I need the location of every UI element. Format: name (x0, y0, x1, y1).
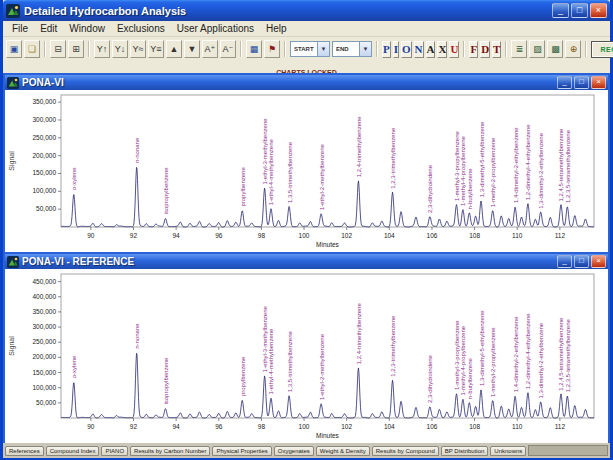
minimize-button[interactable]: _ (552, 3, 569, 18)
shift-up-icon[interactable]: ▲ (166, 40, 182, 58)
recalc-button[interactable]: RECALC (591, 41, 613, 58)
peak-label: isopropylbenzene (163, 167, 169, 215)
x-tick-label: 100 (299, 423, 310, 430)
toolbar-separator (505, 41, 507, 57)
range-end-select[interactable]: END▼ (332, 41, 372, 57)
peaks-table-icon[interactable]: ▩ (547, 40, 563, 58)
peak-label: 1,2-dimethyl-4-ethylbenzene (525, 313, 531, 389)
peak-label: n-nonane (134, 323, 140, 349)
child1-minimize-button[interactable]: _ (557, 76, 572, 89)
class-n-button[interactable]: N (414, 41, 424, 58)
tile-windows-icon[interactable]: ⊟ (50, 40, 66, 58)
tab-results-by-compound[interactable]: Results by Compound (372, 446, 439, 456)
peak-label: 1,2-dimethyl-4-ethylbenzene (525, 124, 531, 200)
y-auto-scale-icon[interactable]: Y≈ (130, 40, 146, 58)
label-smaller-icon[interactable]: A⁻ (220, 40, 236, 58)
menu-bar: FileEditWindowExclusionsUser Application… (3, 21, 610, 37)
x-axis-label: Minutes (316, 241, 340, 248)
menu-exclusions[interactable]: Exclusions (112, 22, 170, 35)
class-o-button[interactable]: O (401, 41, 412, 58)
peak-label: 1-ethyl-3-methylbenzene (262, 305, 268, 372)
report-f-button[interactable]: F (469, 41, 478, 58)
dropdown-arrow-icon[interactable]: ▼ (317, 42, 329, 56)
y-tick-label: 200,000 (33, 353, 57, 360)
menu-user-applications[interactable]: User Applications (172, 22, 259, 35)
integration-table-icon[interactable]: ≣ (511, 40, 527, 58)
tab-physical-properties[interactable]: Physical Properties (212, 446, 271, 456)
toolbar-separator (240, 41, 242, 57)
child1-close-button[interactable]: × (591, 76, 606, 89)
x-tick-label: 100 (299, 232, 310, 239)
class-p-button[interactable]: P (382, 41, 391, 58)
report-t-button[interactable]: T (492, 41, 501, 58)
shift-down-icon[interactable]: ▼ (184, 40, 200, 58)
menu-edit[interactable]: Edit (35, 22, 62, 35)
close-button[interactable]: × (590, 3, 607, 18)
maximize-button[interactable]: □ (571, 3, 588, 18)
y-tick-label: 300,000 (33, 323, 57, 330)
x-tick-label: 102 (341, 232, 352, 239)
tab-results-by-carbon-number[interactable]: Results by Carbon Number (130, 446, 210, 456)
peak-label: 1-methyl-2-propylbenzene (490, 137, 496, 207)
toolbar-separator (284, 41, 286, 57)
y-tick-label: 350,000 (33, 98, 57, 105)
tab-unknowns[interactable]: Unknowns (490, 446, 526, 456)
peak-label: 1-ethyl-2-methylbenzene (319, 143, 325, 210)
tab-weight-density[interactable]: Weight & Density (316, 446, 370, 456)
menu-file[interactable]: File (7, 22, 33, 35)
x-axis-label: Minutes (316, 432, 340, 439)
x-tick-label: 108 (469, 232, 480, 239)
range-start-select[interactable]: START▼ (290, 41, 330, 57)
y-tick-label: 100,000 (33, 187, 57, 194)
child2-minimize-button[interactable]: _ (557, 255, 572, 268)
peak-label: 1-ethyl-4-methylbenzene (269, 328, 275, 395)
chromatogram-reference[interactable]: Signal50,000100,000150,000200,000250,000… (5, 269, 608, 441)
menu-window[interactable]: Window (64, 22, 110, 35)
peak-label: 1,2,3-trimethylbenzene (390, 315, 396, 377)
flag-marker-icon[interactable]: ⚑ (264, 40, 280, 58)
baseline-view-icon[interactable]: ▨ (529, 40, 545, 58)
range-start-value: START (291, 46, 317, 52)
toolbar-separator (44, 41, 46, 57)
y-tick-label: 250,000 (33, 134, 57, 141)
label-larger-icon[interactable]: A⁺ (202, 40, 218, 58)
tab-bp-distribution[interactable]: BP Distribution (441, 446, 489, 456)
class-i-button[interactable]: I (393, 41, 399, 58)
y-zoom-out-icon[interactable]: Y↓ (112, 40, 128, 58)
peak-label: 1,3-dimethyl-5-ethylbenzene (479, 310, 485, 386)
report-d-button[interactable]: D (480, 41, 490, 58)
y-lock-scale-icon[interactable]: Y≡ (148, 40, 164, 58)
toolbar-separator (585, 41, 587, 57)
class-a-button[interactable]: A (426, 41, 436, 58)
tab-references[interactable]: References (5, 446, 44, 456)
y-tick-label: 50,000 (36, 205, 56, 212)
x-tick-label: 98 (258, 232, 266, 239)
application-window: Detailed Hydrocarbon Analysis _ □ × File… (0, 0, 613, 460)
chart-window-icon (7, 256, 19, 268)
tab-compound-index[interactable]: Compound Index (46, 446, 100, 456)
peak-label: 1,4-dimethyl-2-ethylbenzene (513, 127, 519, 203)
x-tick-label: 94 (173, 423, 181, 430)
y-tick-label: 50,000 (36, 399, 56, 406)
export-icon[interactable]: ❏ (24, 40, 40, 58)
tab-piano[interactable]: PIANO (101, 446, 128, 456)
menu-help[interactable]: Help (261, 22, 292, 35)
cascade-windows-icon[interactable]: ⊞ (68, 40, 84, 58)
child2-close-button[interactable]: × (591, 255, 606, 268)
tab-oxygenates[interactable]: Oxygenates (274, 446, 314, 456)
dropdown-arrow-icon[interactable]: ▼ (359, 42, 371, 56)
child1-maximize-button[interactable]: □ (574, 76, 589, 89)
pointer-mode-icon[interactable]: ⊕ (565, 40, 581, 58)
class-u-button[interactable]: U (449, 41, 459, 58)
peak-label: n-nonane (134, 137, 140, 163)
toolbar-separator (463, 41, 465, 57)
chromatogram-pona[interactable]: Signal50,000100,000150,000200,000250,000… (5, 90, 608, 250)
save-icon[interactable]: ▣ (6, 40, 22, 58)
child2-maximize-button[interactable]: □ (574, 255, 589, 268)
peak-label: isopropylbenzene (163, 357, 169, 405)
x-tick-label: 90 (87, 423, 95, 430)
y-zoom-in-icon[interactable]: Y↑ (94, 40, 110, 58)
class-x-button[interactable]: X (437, 41, 447, 58)
x-tick-label: 112 (555, 232, 566, 239)
chart-view-icon[interactable]: ▦ (246, 40, 262, 58)
